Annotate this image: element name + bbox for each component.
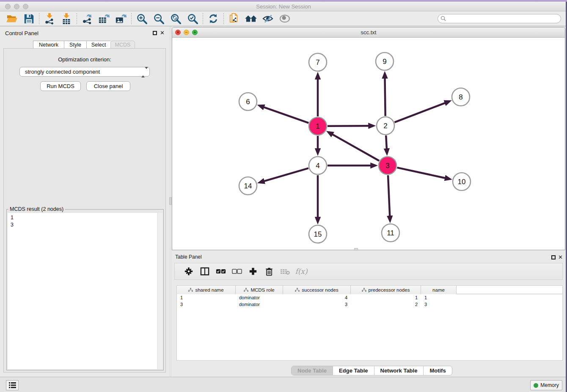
- table-cell[interactable]: 3: [283, 301, 351, 308]
- table-cell[interactable]: 3: [421, 301, 457, 308]
- svg-text:8: 8: [459, 93, 462, 101]
- column-header-name[interactable]: name: [421, 286, 457, 294]
- edge-4-14[interactable]: [263, 168, 308, 181]
- optimization-criterion-label: Optimization criterion:: [4, 56, 165, 63]
- add-button[interactable]: [245, 265, 261, 278]
- zoom-in-button[interactable]: [133, 12, 150, 25]
- select-all-button[interactable]: [213, 265, 229, 278]
- float-table-panel-icon[interactable]: [551, 255, 556, 259]
- toolbar-separator: [131, 13, 132, 24]
- tab-mcds[interactable]: MCDS: [110, 41, 135, 49]
- show-network-eye-button[interactable]: [276, 12, 293, 25]
- node-14[interactable]: 14: [239, 177, 257, 195]
- table-cell[interactable]: 3: [177, 301, 236, 308]
- clear-selection-button[interactable]: [229, 265, 245, 278]
- memory-button[interactable]: Memory: [530, 380, 562, 390]
- trash-button[interactable]: [261, 265, 277, 278]
- table-cell[interactable]: 1: [177, 294, 236, 301]
- import-network-button[interactable]: [41, 12, 58, 25]
- column-header-predecessor-nodes[interactable]: predecessor nodes: [351, 286, 421, 294]
- column-header-successor-nodes[interactable]: successor nodes: [283, 286, 351, 294]
- tab-style[interactable]: Style: [64, 41, 86, 49]
- network-canvas[interactable]: 7968124314101511: [172, 38, 565, 250]
- column-header-MCDS-role[interactable]: MCDS role: [236, 286, 283, 294]
- save-session-button[interactable]: [20, 12, 37, 25]
- zoom-out-button[interactable]: [150, 12, 167, 25]
- edge-3-10[interactable]: [397, 168, 446, 178]
- node-8[interactable]: 8: [452, 88, 470, 106]
- tab-motifs[interactable]: Motifs: [424, 366, 451, 375]
- close-panel-icon[interactable]: ✕: [160, 30, 165, 36]
- function-builder-button[interactable]: f(x): [293, 265, 309, 278]
- edge-1-6[interactable]: [263, 107, 308, 123]
- edge-2-9[interactable]: [385, 77, 385, 116]
- app-title: Session: New Session: [0, 3, 567, 10]
- gear-icon: [184, 267, 193, 276]
- export-table-button[interactable]: [96, 12, 113, 25]
- tab-edge-table[interactable]: Edge Table: [333, 366, 374, 375]
- node-9[interactable]: 9: [376, 52, 394, 70]
- node-1[interactable]: 1: [309, 117, 327, 135]
- export-table-icon: [98, 13, 110, 25]
- function-builder-icon: f(x): [295, 267, 307, 276]
- node-3[interactable]: 3: [379, 157, 396, 174]
- toolbar-separator: [77, 13, 77, 24]
- copy-network-view-button[interactable]: [226, 12, 242, 25]
- tab-network[interactable]: Network: [33, 41, 64, 49]
- export-image-button[interactable]: [113, 12, 129, 25]
- tab-network-table[interactable]: Network Table: [374, 366, 424, 375]
- network-resize-handle[interactable]: [354, 248, 358, 251]
- mcds-result-list[interactable]: 13: [8, 213, 162, 369]
- table-cell[interactable]: 2: [351, 301, 421, 308]
- node-7[interactable]: 7: [309, 53, 327, 71]
- edge-2-3[interactable]: [386, 135, 387, 149]
- hierarchy-icon: [295, 288, 300, 292]
- table-cell[interactable]: 4: [283, 294, 351, 301]
- edge-2-8[interactable]: [394, 103, 446, 122]
- close-table-panel-icon[interactable]: ✕: [558, 254, 563, 260]
- node-4[interactable]: 4: [309, 157, 327, 174]
- node-10[interactable]: 10: [453, 173, 471, 190]
- table-cell[interactable]: 1: [421, 294, 457, 301]
- delete-column-button[interactable]: [277, 265, 293, 278]
- optimization-criterion-select[interactable]: strongly connected component: [19, 67, 150, 77]
- node-15[interactable]: 15: [309, 225, 327, 243]
- node-11[interactable]: 11: [382, 224, 399, 242]
- table-row[interactable]: 3dominator323: [177, 301, 562, 308]
- hide-graphics-details-button[interactable]: [259, 12, 276, 25]
- import-table-button[interactable]: [58, 12, 75, 25]
- edge-3-1[interactable]: [332, 134, 379, 161]
- show-panels-button[interactable]: [6, 380, 19, 390]
- zoom-fit-button[interactable]: [167, 12, 184, 25]
- svg-text:3: 3: [385, 162, 389, 170]
- table-cell[interactable]: dominator: [236, 294, 283, 301]
- float-panel-icon[interactable]: [153, 31, 157, 35]
- open-session-button[interactable]: [3, 12, 20, 25]
- mcds-result-scrollbar[interactable]: [157, 213, 162, 369]
- node-2[interactable]: 2: [377, 117, 394, 135]
- table-body: 1dominator4113dominator323: [177, 294, 562, 308]
- columns-button[interactable]: [197, 265, 213, 278]
- zoom-selected-button[interactable]: [184, 12, 201, 25]
- zoom-fit-icon: [170, 13, 182, 25]
- optimization-criterion-value: strongly connected component: [25, 69, 100, 75]
- close-panel-button[interactable]: Close panel: [86, 81, 130, 91]
- export-network-button[interactable]: [79, 12, 96, 25]
- edge-3-11[interactable]: [388, 175, 390, 217]
- table-toolbar: f(x): [174, 263, 563, 280]
- gear-button[interactable]: [181, 265, 197, 278]
- tab-select[interactable]: Select: [86, 41, 110, 49]
- export-network-icon: [81, 13, 93, 25]
- edge-1-2[interactable]: [328, 126, 369, 126]
- table-cell[interactable]: 1: [351, 294, 421, 301]
- home-views-button[interactable]: [242, 12, 259, 25]
- run-mcds-button[interactable]: Run MCDS: [40, 81, 81, 91]
- search-input[interactable]: [438, 14, 561, 23]
- node-6[interactable]: 6: [239, 93, 257, 110]
- table-cell[interactable]: dominator: [236, 301, 283, 308]
- tab-node-table[interactable]: Node Table: [292, 366, 333, 375]
- table-row[interactable]: 1dominator411: [177, 294, 562, 301]
- column-header-shared-name[interactable]: shared name: [177, 286, 236, 294]
- refresh-button[interactable]: [205, 12, 222, 25]
- network-window-titlebar[interactable]: × − + scc.txt: [172, 28, 565, 38]
